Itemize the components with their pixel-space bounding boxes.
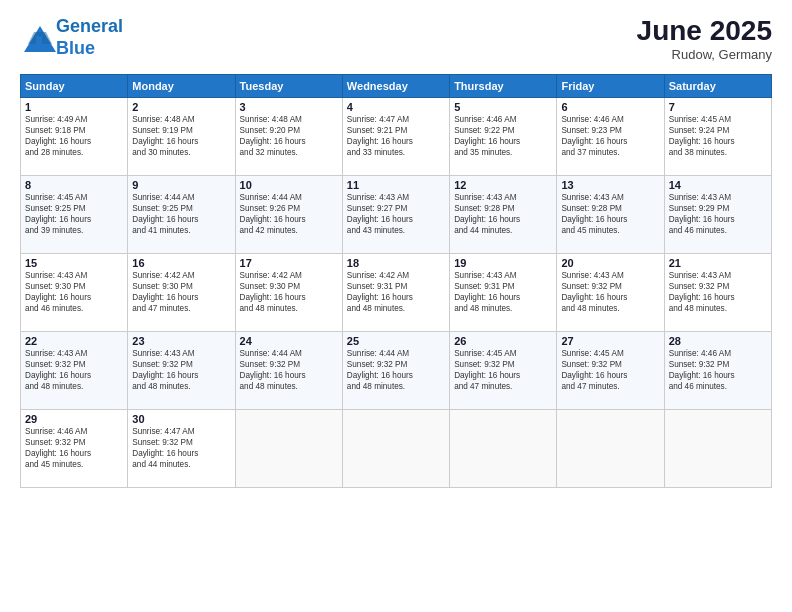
calendar-cell: 9Sunrise: 4:44 AM Sunset: 9:25 PM Daylig… [128, 175, 235, 253]
day-info: Sunrise: 4:46 AM Sunset: 9:22 PM Dayligh… [454, 114, 552, 158]
day-info: Sunrise: 4:48 AM Sunset: 9:20 PM Dayligh… [240, 114, 338, 158]
day-info: Sunrise: 4:45 AM Sunset: 9:24 PM Dayligh… [669, 114, 767, 158]
calendar-cell: 22Sunrise: 4:43 AM Sunset: 9:32 PM Dayli… [21, 331, 128, 409]
page: General Blue June 2025 Rudow, Germany Su… [0, 0, 792, 612]
day-number: 23 [132, 335, 230, 347]
day-info: Sunrise: 4:43 AM Sunset: 9:29 PM Dayligh… [669, 192, 767, 236]
month-title: June 2025 [637, 16, 772, 47]
day-info: Sunrise: 4:46 AM Sunset: 9:23 PM Dayligh… [561, 114, 659, 158]
calendar-cell [342, 409, 449, 487]
calendar-cell: 15Sunrise: 4:43 AM Sunset: 9:30 PM Dayli… [21, 253, 128, 331]
day-number: 5 [454, 101, 552, 113]
logo-text: General Blue [56, 16, 123, 59]
day-info: Sunrise: 4:47 AM Sunset: 9:21 PM Dayligh… [347, 114, 445, 158]
day-info: Sunrise: 4:46 AM Sunset: 9:32 PM Dayligh… [25, 426, 123, 470]
calendar-cell: 24Sunrise: 4:44 AM Sunset: 9:32 PM Dayli… [235, 331, 342, 409]
day-info: Sunrise: 4:42 AM Sunset: 9:30 PM Dayligh… [240, 270, 338, 314]
day-info: Sunrise: 4:44 AM Sunset: 9:32 PM Dayligh… [240, 348, 338, 392]
day-number: 19 [454, 257, 552, 269]
calendar-cell: 19Sunrise: 4:43 AM Sunset: 9:31 PM Dayli… [450, 253, 557, 331]
calendar-week-3: 15Sunrise: 4:43 AM Sunset: 9:30 PM Dayli… [21, 253, 772, 331]
day-info: Sunrise: 4:48 AM Sunset: 9:19 PM Dayligh… [132, 114, 230, 158]
day-number: 24 [240, 335, 338, 347]
calendar-header-tuesday: Tuesday [235, 74, 342, 97]
calendar-cell: 2Sunrise: 4:48 AM Sunset: 9:19 PM Daylig… [128, 97, 235, 175]
calendar-header-saturday: Saturday [664, 74, 771, 97]
calendar-cell: 13Sunrise: 4:43 AM Sunset: 9:28 PM Dayli… [557, 175, 664, 253]
day-number: 9 [132, 179, 230, 191]
calendar-week-4: 22Sunrise: 4:43 AM Sunset: 9:32 PM Dayli… [21, 331, 772, 409]
calendar-cell: 30Sunrise: 4:47 AM Sunset: 9:32 PM Dayli… [128, 409, 235, 487]
calendar-cell: 26Sunrise: 4:45 AM Sunset: 9:32 PM Dayli… [450, 331, 557, 409]
calendar-cell: 8Sunrise: 4:45 AM Sunset: 9:25 PM Daylig… [21, 175, 128, 253]
day-info: Sunrise: 4:49 AM Sunset: 9:18 PM Dayligh… [25, 114, 123, 158]
calendar-cell [235, 409, 342, 487]
day-number: 14 [669, 179, 767, 191]
day-info: Sunrise: 4:43 AM Sunset: 9:32 PM Dayligh… [25, 348, 123, 392]
calendar-cell: 4Sunrise: 4:47 AM Sunset: 9:21 PM Daylig… [342, 97, 449, 175]
day-number: 15 [25, 257, 123, 269]
day-info: Sunrise: 4:43 AM Sunset: 9:32 PM Dayligh… [561, 270, 659, 314]
calendar-cell: 29Sunrise: 4:46 AM Sunset: 9:32 PM Dayli… [21, 409, 128, 487]
day-number: 13 [561, 179, 659, 191]
calendar-header-sunday: Sunday [21, 74, 128, 97]
calendar-cell: 14Sunrise: 4:43 AM Sunset: 9:29 PM Dayli… [664, 175, 771, 253]
day-number: 30 [132, 413, 230, 425]
day-info: Sunrise: 4:44 AM Sunset: 9:32 PM Dayligh… [347, 348, 445, 392]
logo-line1: General [56, 16, 123, 36]
calendar-cell: 5Sunrise: 4:46 AM Sunset: 9:22 PM Daylig… [450, 97, 557, 175]
day-number: 6 [561, 101, 659, 113]
day-info: Sunrise: 4:44 AM Sunset: 9:25 PM Dayligh… [132, 192, 230, 236]
calendar-week-2: 8Sunrise: 4:45 AM Sunset: 9:25 PM Daylig… [21, 175, 772, 253]
calendar-week-5: 29Sunrise: 4:46 AM Sunset: 9:32 PM Dayli… [21, 409, 772, 487]
calendar-cell: 28Sunrise: 4:46 AM Sunset: 9:32 PM Dayli… [664, 331, 771, 409]
day-number: 26 [454, 335, 552, 347]
day-number: 7 [669, 101, 767, 113]
day-info: Sunrise: 4:43 AM Sunset: 9:30 PM Dayligh… [25, 270, 123, 314]
day-info: Sunrise: 4:43 AM Sunset: 9:28 PM Dayligh… [454, 192, 552, 236]
calendar-header-thursday: Thursday [450, 74, 557, 97]
calendar-cell: 6Sunrise: 4:46 AM Sunset: 9:23 PM Daylig… [557, 97, 664, 175]
day-info: Sunrise: 4:44 AM Sunset: 9:26 PM Dayligh… [240, 192, 338, 236]
day-info: Sunrise: 4:45 AM Sunset: 9:32 PM Dayligh… [561, 348, 659, 392]
calendar-cell: 1Sunrise: 4:49 AM Sunset: 9:18 PM Daylig… [21, 97, 128, 175]
calendar-cell: 7Sunrise: 4:45 AM Sunset: 9:24 PM Daylig… [664, 97, 771, 175]
calendar-cell: 25Sunrise: 4:44 AM Sunset: 9:32 PM Dayli… [342, 331, 449, 409]
day-info: Sunrise: 4:43 AM Sunset: 9:32 PM Dayligh… [132, 348, 230, 392]
calendar-cell: 27Sunrise: 4:45 AM Sunset: 9:32 PM Dayli… [557, 331, 664, 409]
calendar-cell: 17Sunrise: 4:42 AM Sunset: 9:30 PM Dayli… [235, 253, 342, 331]
title-block: June 2025 Rudow, Germany [637, 16, 772, 62]
logo: General Blue [20, 16, 123, 59]
day-number: 4 [347, 101, 445, 113]
day-number: 16 [132, 257, 230, 269]
day-info: Sunrise: 4:45 AM Sunset: 9:25 PM Dayligh… [25, 192, 123, 236]
calendar-cell: 18Sunrise: 4:42 AM Sunset: 9:31 PM Dayli… [342, 253, 449, 331]
logo-text-block: General Blue [56, 16, 123, 59]
day-info: Sunrise: 4:43 AM Sunset: 9:31 PM Dayligh… [454, 270, 552, 314]
day-number: 28 [669, 335, 767, 347]
svg-rect-2 [36, 36, 42, 52]
day-number: 12 [454, 179, 552, 191]
day-number: 27 [561, 335, 659, 347]
calendar-cell: 12Sunrise: 4:43 AM Sunset: 9:28 PM Dayli… [450, 175, 557, 253]
day-info: Sunrise: 4:43 AM Sunset: 9:32 PM Dayligh… [669, 270, 767, 314]
calendar-header-monday: Monday [128, 74, 235, 97]
calendar-header-row: SundayMondayTuesdayWednesdayThursdayFrid… [21, 74, 772, 97]
calendar-cell [557, 409, 664, 487]
day-number: 11 [347, 179, 445, 191]
day-number: 18 [347, 257, 445, 269]
calendar-cell: 10Sunrise: 4:44 AM Sunset: 9:26 PM Dayli… [235, 175, 342, 253]
day-info: Sunrise: 4:46 AM Sunset: 9:32 PM Dayligh… [669, 348, 767, 392]
header: General Blue June 2025 Rudow, Germany [20, 16, 772, 62]
day-number: 10 [240, 179, 338, 191]
day-number: 22 [25, 335, 123, 347]
calendar-header-friday: Friday [557, 74, 664, 97]
day-number: 17 [240, 257, 338, 269]
day-number: 20 [561, 257, 659, 269]
calendar-cell: 23Sunrise: 4:43 AM Sunset: 9:32 PM Dayli… [128, 331, 235, 409]
day-info: Sunrise: 4:42 AM Sunset: 9:31 PM Dayligh… [347, 270, 445, 314]
calendar-cell: 11Sunrise: 4:43 AM Sunset: 9:27 PM Dayli… [342, 175, 449, 253]
day-info: Sunrise: 4:43 AM Sunset: 9:28 PM Dayligh… [561, 192, 659, 236]
calendar-week-1: 1Sunrise: 4:49 AM Sunset: 9:18 PM Daylig… [21, 97, 772, 175]
day-info: Sunrise: 4:47 AM Sunset: 9:32 PM Dayligh… [132, 426, 230, 470]
